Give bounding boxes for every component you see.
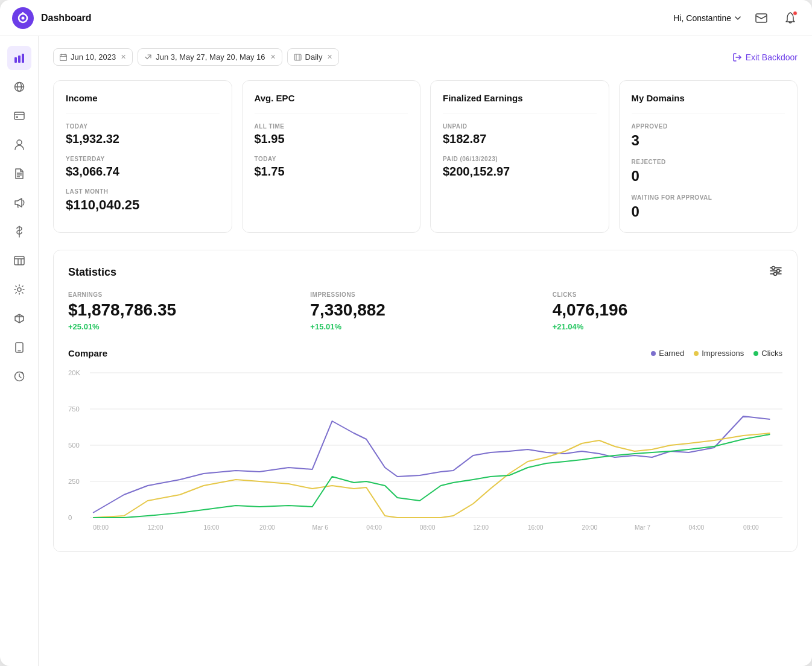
income-lastmonth-label: LAST MONTH <box>66 188 220 195</box>
interval-filter-chip[interactable]: Daily ✕ <box>287 48 340 66</box>
compare-header: Compare Earned Impressions Clicks <box>68 348 782 358</box>
sidebar-item-settings[interactable] <box>7 278 31 302</box>
avg-epc-alltime-value: $1.95 <box>255 132 408 146</box>
svg-text:04:00: 04:00 <box>689 524 705 531</box>
rejected-label: REJECTED <box>632 159 785 165</box>
filter-icon[interactable] <box>769 265 782 279</box>
income-title: Income <box>66 93 220 103</box>
income-lastmonth-value: $110,040.25 <box>66 197 220 213</box>
finalized-earnings-card: Finalized Earnings UNPAID $182.87 PAID (… <box>430 80 609 233</box>
chevron-down-icon <box>734 14 742 22</box>
svg-text:20:00: 20:00 <box>582 524 597 531</box>
income-today-value: $1,932.32 <box>66 132 220 146</box>
sidebar-item-card[interactable] <box>7 104 31 128</box>
earnings-metric: EARNINGS $1,878,786.35 +25.01% <box>68 291 298 331</box>
header-right: Hi, Constantine <box>673 8 800 28</box>
finalized-paid-value: $200,152.97 <box>443 165 597 179</box>
date-filter-close[interactable]: ✕ <box>121 53 126 61</box>
svg-text:08:00: 08:00 <box>420 524 436 531</box>
svg-point-1 <box>22 16 25 19</box>
date-filter-chip[interactable]: Jun 10, 2023 ✕ <box>53 48 133 66</box>
sidebar-item-clock[interactable] <box>7 364 31 388</box>
earnings-metric-value: $1,878,786.35 <box>68 300 298 320</box>
filters-bar: Jun 10, 2023 ✕ Jun 3, May 27, May 20, Ma… <box>53 48 798 66</box>
impressions-metric-change: +15.01% <box>310 322 540 331</box>
page-title: Dashboard <box>41 13 666 24</box>
income-yesterday-label: YESTERDAY <box>66 156 220 162</box>
compare-title: Compare <box>68 348 107 358</box>
compare-icon <box>144 53 152 61</box>
user-menu[interactable]: Hi, Constantine <box>673 13 742 23</box>
svg-point-39 <box>772 267 775 270</box>
earnings-metric-label: EARNINGS <box>68 291 298 298</box>
svg-point-41 <box>774 273 777 276</box>
main-content: Jun 10, 2023 ✕ Jun 3, May 27, May 20, Ma… <box>39 36 812 666</box>
finalized-paid-label: PAID (06/13/2023) <box>443 156 597 162</box>
svg-rect-12 <box>16 116 18 118</box>
earned-label: Earned <box>659 349 684 358</box>
svg-text:20:00: 20:00 <box>259 524 275 531</box>
avg-epc-title: Avg. EPC <box>255 93 408 103</box>
legend-clicks: Clicks <box>753 349 782 358</box>
legend-earned: Earned <box>651 349 684 358</box>
svg-text:16:00: 16:00 <box>528 524 544 531</box>
earned-dot <box>651 351 656 356</box>
clicks-metric-value: 4,076,196 <box>553 300 782 320</box>
interval-filter-close[interactable]: ✕ <box>327 53 332 61</box>
svg-text:0: 0 <box>68 514 72 521</box>
app-body: Jun 10, 2023 ✕ Jun 3, May 27, May 20, Ma… <box>0 36 812 666</box>
mail-icon[interactable] <box>752 8 771 28</box>
legend-impressions: Impressions <box>694 349 744 358</box>
impressions-metric-label: IMPRESSIONS <box>310 291 540 298</box>
sidebar <box>0 36 39 666</box>
income-today-label: TODAY <box>66 123 220 130</box>
finalized-unpaid-label: UNPAID <box>443 123 597 130</box>
income-card: Income TODAY $1,932.32 YESTERDAY $3,066.… <box>53 80 232 233</box>
svg-text:08:00: 08:00 <box>743 524 759 531</box>
sidebar-item-document[interactable] <box>7 162 31 186</box>
svg-point-13 <box>17 140 22 145</box>
sidebar-item-tablet[interactable] <box>7 335 31 360</box>
sidebar-item-megaphone[interactable] <box>7 191 31 215</box>
avg-epc-today-label: TODAY <box>255 156 408 162</box>
sidebar-item-analytics[interactable] <box>7 46 31 70</box>
svg-rect-18 <box>14 256 24 265</box>
bell-icon[interactable] <box>781 8 800 28</box>
compare-filter-chip[interactable]: Jun 3, May 27, May 20, May 16 ✕ <box>138 48 282 66</box>
sidebar-item-person[interactable] <box>7 133 31 157</box>
exit-backdoor-label: Exit Backdoor <box>746 52 798 62</box>
compare-filter-close[interactable]: ✕ <box>270 53 276 61</box>
app-logo <box>12 7 34 29</box>
line-chart: 20K 750 500 250 0 08:00 12:00 16:00 <box>68 368 782 537</box>
approved-label: APPROVED <box>632 123 785 130</box>
sidebar-item-table[interactable] <box>7 249 31 273</box>
sidebar-item-dollar[interactable] <box>7 220 31 244</box>
date-filter-label: Jun 10, 2023 <box>71 52 116 62</box>
impressions-label: Impressions <box>702 349 744 358</box>
clicks-metric: CLICKS 4,076,196 +21.04% <box>553 291 782 331</box>
avg-epc-card: Avg. EPC ALL TIME $1.95 TODAY $1.75 <box>242 80 421 233</box>
calendar-icon <box>60 54 67 61</box>
svg-point-40 <box>777 270 780 273</box>
svg-text:20K: 20K <box>68 369 81 376</box>
svg-text:500: 500 <box>68 442 80 449</box>
clicks-dot <box>753 351 758 356</box>
sidebar-item-globe[interactable] <box>7 75 31 99</box>
approved-value: 3 <box>632 132 785 149</box>
compare-filter-label: Jun 3, May 27, May 20, May 16 <box>156 52 265 62</box>
statistics-section: Statistics E <box>53 250 798 552</box>
sidebar-item-cube[interactable] <box>7 306 31 331</box>
svg-text:250: 250 <box>68 478 80 485</box>
exit-backdoor-button[interactable]: Exit Backdoor <box>732 52 798 62</box>
impressions-metric: IMPRESSIONS 7,330,882 +15.01% <box>310 291 540 331</box>
impressions-dot <box>694 351 699 356</box>
waiting-label: WAITING FOR APPROVAL <box>632 194 785 201</box>
chart-container: 20K 750 500 250 0 08:00 12:00 16:00 <box>68 368 782 537</box>
cards-row: Income TODAY $1,932.32 YESTERDAY $3,066.… <box>53 80 798 233</box>
earnings-metric-change: +25.01% <box>68 322 298 331</box>
svg-rect-10 <box>14 112 24 119</box>
svg-text:08:00: 08:00 <box>93 524 109 531</box>
header: Dashboard Hi, Constantine <box>0 0 812 36</box>
clicks-metric-label: CLICKS <box>553 291 782 298</box>
interval-icon <box>294 54 302 61</box>
